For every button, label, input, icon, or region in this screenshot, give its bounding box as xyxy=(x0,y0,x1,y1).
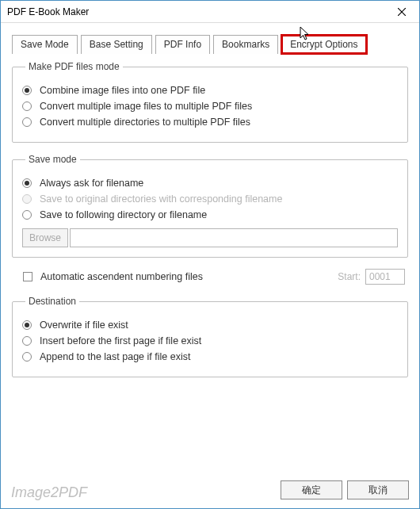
start-input[interactable] xyxy=(365,269,405,285)
numbering-label: Automatic ascendent numbering files xyxy=(40,271,203,282)
group-make-mode: Make PDF files mode Combine image files … xyxy=(12,61,408,143)
tab-bookmarks[interactable]: Bookmarks xyxy=(213,35,278,54)
close-button[interactable] xyxy=(384,1,419,23)
group-save-mode-legend: Save mode xyxy=(25,154,80,165)
radio-row-following[interactable]: Save to following directory or filename xyxy=(22,209,398,220)
radio-overwrite-label: Overwrite if file exist xyxy=(40,320,128,331)
content-area: Save Mode Base Setting PDF Info Bookmark… xyxy=(1,23,419,396)
group-save-mode: Save mode Always ask for filename Save t… xyxy=(12,154,408,258)
tab-pdf-info[interactable]: PDF Info xyxy=(155,35,210,54)
radio-row-multi-dir[interactable]: Convert multiple directories to multiple… xyxy=(22,117,398,128)
watermark-text: Image2PDF xyxy=(11,484,87,501)
radio-ask-label: Always ask for filename xyxy=(40,178,143,189)
browse-row: Browse xyxy=(22,228,398,247)
radio-insert-label: Insert before the first page if file exi… xyxy=(40,335,201,346)
radio-append-label: Append to the last page if file exist xyxy=(40,351,190,362)
radio-row-overwrite[interactable]: Overwrite if file exist xyxy=(22,320,398,331)
numbering-checkbox[interactable] xyxy=(23,272,32,281)
group-destination-legend: Destination xyxy=(25,296,79,307)
footer: 确定 取消 xyxy=(281,480,409,499)
group-destination: Destination Overwrite if file exist Inse… xyxy=(12,296,408,377)
radio-insert[interactable] xyxy=(22,336,32,346)
radio-combine-label: Combine image files into one PDF file xyxy=(40,85,205,96)
radio-row-insert[interactable]: Insert before the first page if file exi… xyxy=(22,335,398,346)
path-input[interactable] xyxy=(70,228,398,247)
radio-row-multi-image[interactable]: Convert multiple image files to multiple… xyxy=(22,101,398,112)
radio-row-ask[interactable]: Always ask for filename xyxy=(22,178,398,189)
radio-combine[interactable] xyxy=(22,86,32,95)
radio-following[interactable] xyxy=(22,210,32,220)
radio-original-label: Save to original directories with corres… xyxy=(40,193,282,205)
radio-following-label: Save to following directory or filename xyxy=(40,209,207,220)
cancel-button[interactable]: 取消 xyxy=(347,480,409,499)
radio-multi-dir-label: Convert multiple directories to multiple… xyxy=(40,117,250,128)
radio-multi-image[interactable] xyxy=(22,101,32,111)
numbering-row: Automatic ascendent numbering files Star… xyxy=(23,269,405,285)
radio-multi-dir[interactable] xyxy=(22,117,32,127)
titlebar: PDF E-Book Maker xyxy=(1,1,419,23)
group-make-mode-legend: Make PDF files mode xyxy=(25,61,123,72)
tab-bar: Save Mode Base Setting PDF Info Bookmark… xyxy=(12,34,408,53)
radio-append[interactable] xyxy=(22,352,32,362)
tab-encrypt-options[interactable]: Encrypt Options xyxy=(281,35,366,54)
tab-base-setting[interactable]: Base Setting xyxy=(81,35,152,54)
window-title: PDF E-Book Maker xyxy=(7,6,89,17)
radio-row-original: Save to original directories with corres… xyxy=(22,193,398,205)
start-label: Start: xyxy=(338,271,361,282)
radio-row-combine[interactable]: Combine image files into one PDF file xyxy=(22,85,398,96)
radio-overwrite[interactable] xyxy=(22,320,32,330)
close-icon xyxy=(398,8,406,16)
ok-button[interactable]: 确定 xyxy=(281,480,342,499)
radio-row-append[interactable]: Append to the last page if file exist xyxy=(22,351,398,362)
radio-multi-image-label: Convert multiple image files to multiple… xyxy=(40,101,252,112)
radio-original xyxy=(22,194,32,204)
tab-save-mode[interactable]: Save Mode xyxy=(12,35,78,54)
radio-ask[interactable] xyxy=(22,178,32,188)
browse-button[interactable]: Browse xyxy=(22,228,68,247)
